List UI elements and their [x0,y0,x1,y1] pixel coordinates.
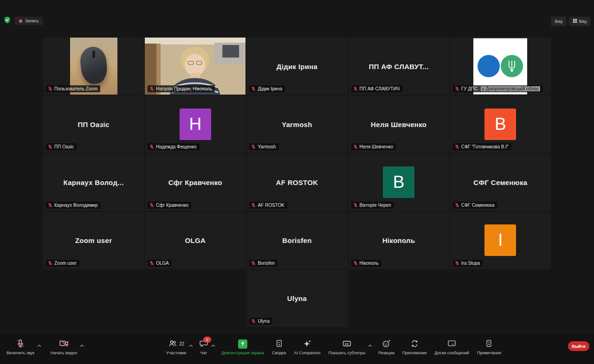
view-button-secondary[interactable]: Вид [551,17,566,26]
participant-name-label: Дідик Ірина [258,86,282,91]
participant-display-name: ПП АФ СЛАВУТ... [369,62,429,70]
participant-name-label: AF ROSTOK [258,203,284,208]
participant-display-name: OLGA [185,236,206,244]
participant-name-tag: СФГ Семенюка [453,202,497,209]
leave-meeting-button[interactable]: Выйти [568,341,589,351]
video-off-icon [59,338,69,349]
participant-tile-13[interactable]: AF ROSTOK AF ROSTOK [246,153,347,211]
participant-name-label: ПП Оазіс [54,144,74,149]
muted-mic-icon [251,261,256,266]
participants-label: Участники [166,351,186,355]
view-button[interactable]: Вид [569,17,590,26]
chat-unread-badge: 2 [203,337,211,343]
apps-button[interactable]: Приложения [400,339,429,355]
participant-tile-6[interactable]: ПП Оазіс ПП Оазіс [43,96,144,153]
participant-avatar: Н [180,109,211,140]
participant-name-tag: Borisfen [249,260,278,267]
participant-tile-12[interactable]: Сфг Кравченко Сфг Кравченко [145,153,245,211]
participant-tile-21[interactable]: Ulyna Ulyna [246,270,347,327]
participant-name-tag: Zoom user [46,260,79,267]
participant-name-label: Карнаух Володимир [54,203,97,208]
participant-tile-3[interactable]: Дідик Ірина Дідик Ірина [246,38,347,95]
participant-name-label: Zoom user [54,261,77,266]
ai-companion-button[interactable]: AI Companion [292,339,322,355]
participant-display-name: СФГ Семенюка [473,178,527,186]
whiteboards-button[interactable]: Доски сообщений [433,339,471,355]
captions-options-caret[interactable] [368,342,372,349]
share-screen-icon [238,339,247,349]
participant-tile-7[interactable]: Н Надежда Фещенко [145,96,245,153]
participant-tile-20[interactable]: I Ira Stupa [450,212,551,269]
participant-name-label: Надежда Фещенко [156,144,196,149]
reactions-smiley-icon [381,339,391,349]
meeting-toolbar: Включить звук Начать видео [0,334,594,364]
participant-name-label: Ira Stupa [461,261,480,266]
participant-display-name: Borisfen [282,236,311,244]
captions-button[interactable]: CC Показать субтитры [326,339,367,355]
participants-button[interactable]: 22 Участники [164,339,188,355]
closed-captions-icon: CC [342,339,352,349]
muted-mic-icon [48,144,52,149]
participant-name-label: Вікторія Череп [360,203,391,208]
participant-tile-8[interactable]: Yarmosh Yarmosh [246,96,347,153]
participant-tile-2[interactable]: Наталія Продан, Нікополь [145,38,245,95]
share-screen-button[interactable]: Демонстрация экрана [220,339,266,355]
audio-options-caret[interactable] [37,342,41,349]
participant-tile-15[interactable]: СФГ Семенюка СФГ Семенюка [450,153,551,211]
participant-name-tag: Дідик Ірина [249,85,285,92]
mouse-scroll-wheel [92,51,95,58]
participant-tile-5[interactable]: ГУ ДПС у Дніпропетровській облас [450,38,551,95]
unmute-button[interactable]: Включить звук [5,339,36,355]
video-options-caret[interactable] [80,342,84,349]
logo-blue-circle [478,55,500,77]
participant-name-label: Пользователь Zoom [54,86,97,91]
participant-tile-17[interactable]: OLGA OLGA [145,212,245,269]
participant-avatar: В [383,166,414,198]
summary-button[interactable]: Сводка [270,339,288,355]
participant-name-tag: Надежда Фещенко [148,143,199,150]
participant-avatar: В [484,109,516,140]
participant-name-label: Ulyna [258,319,270,324]
participants-options-caret[interactable] [189,342,193,349]
participant-tile-14[interactable]: В Вікторія Череп [349,153,449,211]
whiteboard-icon [447,339,457,349]
participant-tile-10[interactable]: В СФГ "Готовчикова В.І" [450,96,551,153]
participant-name-tag: AF ROSTOK [249,202,287,209]
recording-indicator[interactable]: Запись [15,17,43,25]
participant-display-name: Карнаух Волод... [64,178,124,186]
whiteboards-label: Доски сообщений [435,351,469,355]
view-label: Вид [579,19,587,24]
reactions-button[interactable]: Реакции [376,339,396,355]
muted-mic-icon [251,86,256,91]
participant-tile-4[interactable]: ПП АФ СЛАВУТ... ПП АФ СЛАВУТИЧ [349,38,449,95]
chat-label: Чат [200,351,207,355]
recording-dot-icon [19,19,22,23]
participant-name-tag: Нікополь [351,260,381,267]
participant-tile-9[interactable]: Неля Шевченко Неля Шевченко [349,96,449,153]
ai-sparkle-icon [303,339,312,349]
participant-tile-19[interactable]: Нікополь Нікополь [349,212,449,269]
muted-mic-icon [48,203,52,208]
security-shield-icon[interactable] [4,16,11,26]
muted-mic-icon [48,86,52,91]
participant-tile-11[interactable]: Карнаух Волод... Карнаух Володимир [43,153,144,211]
participant-name-label-highlighted: у Дніпропетровській облас [481,86,541,91]
muted-mic-icon [251,144,256,149]
participant-display-name: AF ROSTOK [276,178,318,186]
summary-document-icon [275,339,284,349]
muted-mic-icon [353,86,358,91]
participant-tile-1[interactable]: Пользователь Zoom [43,38,144,95]
muted-mic-icon [149,203,154,208]
chat-options-caret[interactable] [211,342,215,349]
muted-mic-icon [455,144,459,149]
notes-button[interactable]: Примечания [475,339,503,355]
participant-tile-18[interactable]: Borisfen Borisfen [246,212,347,269]
start-video-button[interactable]: Начать видео [49,339,79,355]
ai-companion-label: AI Companion [294,351,320,355]
muted-mic-icon [251,203,256,208]
chat-button[interactable]: 2 Чат [197,339,210,355]
notes-label: Примечания [477,351,501,355]
participant-tile-16[interactable]: Zoom user Zoom user [43,212,144,269]
participant-name-tag: Пользователь Zoom [46,85,100,92]
participant-name-label: OLGA [156,261,169,266]
